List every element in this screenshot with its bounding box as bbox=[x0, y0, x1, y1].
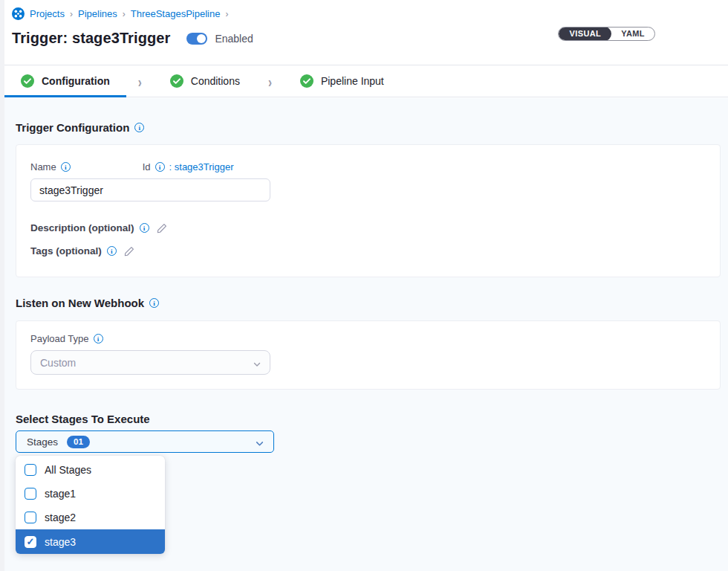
name-label: Name bbox=[30, 161, 71, 172]
id-label: Id bbox=[143, 161, 151, 172]
name-label-text: Name bbox=[30, 161, 56, 172]
visual-yaml-switcher: VISUAL YAML bbox=[558, 27, 655, 41]
trigger-configuration-heading-text: Trigger Configuration bbox=[16, 121, 129, 134]
payload-type-select[interactable]: Custom bbox=[30, 350, 270, 375]
info-icon[interactable] bbox=[107, 246, 117, 256]
toggle-knob bbox=[197, 34, 206, 43]
tab-conditions-label: Conditions bbox=[191, 75, 240, 87]
stages-count-badge: 01 bbox=[67, 436, 90, 448]
stage-option-label: stage2 bbox=[45, 512, 76, 523]
breadcrumb-separator: › bbox=[70, 9, 73, 19]
checkbox-unchecked-icon[interactable] bbox=[25, 488, 36, 500]
wizard-tabbar: Configuration › Conditions › Pipeline In… bbox=[0, 65, 728, 97]
trigger-wizard-page: Projects › Pipelines › ThreeStagesPipeli… bbox=[0, 0, 728, 571]
tags-label: Tags (optional) bbox=[30, 245, 102, 257]
trigger-configuration-heading: Trigger Configuration bbox=[16, 121, 721, 134]
edit-tags-pencil-icon[interactable] bbox=[124, 246, 134, 257]
payload-type-label: Payload Type bbox=[30, 333, 720, 344]
id-group: Id : stage3Trigger bbox=[143, 161, 234, 172]
tab-pipeline-input-label: Pipeline Input bbox=[321, 75, 384, 87]
tab-configuration-label: Configuration bbox=[42, 75, 110, 87]
description-row: Description (optional) bbox=[30, 222, 720, 233]
checkbox-checked-icon[interactable] bbox=[25, 536, 36, 548]
chevron-right-icon: › bbox=[268, 72, 272, 90]
breadcrumb-pipelines[interactable]: Pipelines bbox=[78, 8, 117, 19]
checkbox-unchecked-icon[interactable] bbox=[25, 464, 36, 476]
stage-option-label: stage3 bbox=[45, 536, 76, 548]
stage-option-label: All Stages bbox=[45, 464, 91, 476]
stage-option-stage1[interactable]: stage1 bbox=[16, 482, 165, 506]
webhook-card: Payload Type Custom bbox=[16, 320, 721, 390]
tab-conditions[interactable]: Conditions bbox=[154, 65, 256, 97]
edit-description-pencil-icon[interactable] bbox=[157, 223, 167, 233]
check-circle-icon bbox=[170, 74, 183, 88]
enabled-toggle-label: Enabled bbox=[215, 33, 253, 45]
stages-dropdown-panel: All Stages stage1 stage2 stage3 bbox=[16, 456, 165, 554]
tab-configuration[interactable]: Configuration bbox=[4, 65, 126, 97]
chevron-down-icon bbox=[253, 359, 261, 371]
info-icon[interactable] bbox=[149, 298, 159, 308]
collapsed-nav-edge bbox=[0, 0, 4, 571]
webhook-heading-text: Listen on New Webhook bbox=[16, 297, 144, 309]
name-id-row: Name Id : stage3Trigger bbox=[30, 161, 720, 172]
info-icon[interactable] bbox=[61, 162, 71, 172]
info-icon[interactable] bbox=[155, 162, 165, 172]
id-separator: : bbox=[169, 161, 172, 172]
enabled-toggle[interactable] bbox=[186, 33, 207, 45]
payload-type-value: Custom bbox=[40, 357, 76, 369]
chevron-down-icon bbox=[255, 438, 264, 451]
webhook-heading: Listen on New Webhook bbox=[16, 297, 721, 309]
check-circle-icon bbox=[21, 74, 34, 88]
stages-multiselect[interactable]: Stages 01 bbox=[16, 430, 274, 453]
info-icon[interactable] bbox=[134, 123, 144, 132]
breadcrumb-projects[interactable]: Projects bbox=[30, 8, 65, 19]
stage-option-stage2[interactable]: stage2 bbox=[16, 506, 165, 529]
stage-option-all-stages[interactable]: All Stages bbox=[16, 458, 165, 482]
tags-row: Tags (optional) bbox=[30, 245, 720, 257]
stage-option-label: stage1 bbox=[45, 488, 76, 500]
id-value[interactable]: : stage3Trigger bbox=[169, 161, 234, 172]
breadcrumb: Projects › Pipelines › ThreeStagesPipeli… bbox=[12, 7, 716, 20]
tab-pipeline-input[interactable]: Pipeline Input bbox=[284, 65, 400, 97]
stage-option-stage3[interactable]: stage3 bbox=[16, 529, 165, 554]
chevron-right-icon: › bbox=[138, 72, 142, 90]
harness-logo-icon bbox=[12, 7, 25, 20]
stages-select-label: Stages bbox=[27, 436, 58, 448]
yaml-tab[interactable]: YAML bbox=[611, 27, 654, 41]
visual-tab[interactable]: VISUAL bbox=[559, 27, 611, 41]
breadcrumb-separator: › bbox=[123, 9, 126, 19]
check-circle-icon bbox=[300, 74, 313, 88]
checkbox-unchecked-icon[interactable] bbox=[25, 512, 36, 523]
page-title: Trigger: stage3Trigger bbox=[12, 30, 170, 47]
name-input[interactable] bbox=[30, 178, 270, 201]
breadcrumb-separator: › bbox=[225, 9, 228, 19]
id-value-text: stage3Trigger bbox=[175, 161, 234, 172]
breadcrumb-pipeline-name[interactable]: ThreeStagesPipeline bbox=[131, 8, 221, 19]
description-label: Description (optional) bbox=[30, 222, 134, 233]
main-content: Trigger Configuration Name Id : stage3Tr… bbox=[0, 98, 728, 571]
trigger-configuration-card: Name Id : stage3Trigger Description (opt… bbox=[16, 144, 721, 277]
info-icon[interactable] bbox=[94, 334, 103, 343]
payload-type-label-text: Payload Type bbox=[30, 333, 89, 344]
info-icon[interactable] bbox=[140, 223, 149, 233]
select-stages-heading: Select Stages To Execute bbox=[16, 413, 721, 425]
page-header: Projects › Pipelines › ThreeStagesPipeli… bbox=[0, 0, 728, 65]
